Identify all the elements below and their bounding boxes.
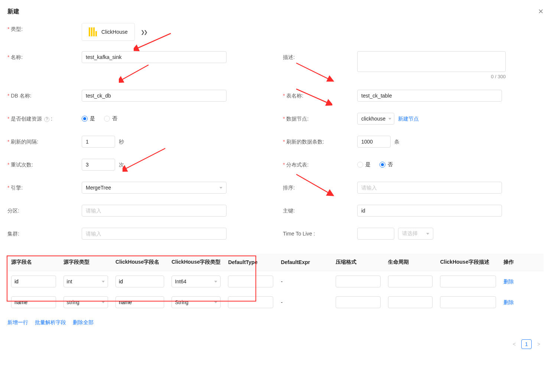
createres-yes-radio[interactable]: 是 — [82, 115, 95, 122]
label-createres: 是否创建资源 ? : — [7, 113, 82, 125]
label-tablename: 表名称: — [283, 90, 357, 102]
dbname-input[interactable] — [82, 90, 226, 102]
compress-input[interactable] — [336, 296, 381, 308]
dialog-title: 新建 — [7, 8, 19, 16]
type-name: ClickHouse — [101, 29, 128, 35]
retry-input[interactable] — [82, 159, 115, 171]
chevron-down-icon — [388, 118, 391, 120]
unit-count: 条 — [394, 136, 400, 148]
distributed-no-radio[interactable]: 否 — [379, 161, 393, 168]
unit-times: 次 — [119, 159, 124, 171]
help-icon[interactable]: ? — [44, 117, 49, 122]
label-ttl: Time To Live : — [283, 228, 357, 240]
clickhouse-logo-icon — [89, 27, 97, 36]
lifecycle-input[interactable] — [388, 296, 433, 308]
refresh-count-input[interactable] — [357, 136, 391, 148]
src-name-input[interactable] — [11, 296, 56, 308]
label-dbname: DB 名称: — [7, 90, 82, 102]
label-refresh-interval: 刷新的间隔: — [7, 136, 82, 148]
label-partition: 分区: — [7, 205, 82, 217]
defexpr-cell: - — [277, 292, 332, 313]
ch-name-input[interactable] — [115, 276, 164, 287]
pager-page-1[interactable]: 1 — [521, 339, 532, 349]
label-refresh-count: 刷新的数据条数: — [283, 136, 357, 148]
label-sort: 排序: — [283, 182, 357, 194]
th-chname: ClickHouse字段名 — [112, 254, 168, 271]
datanode-select[interactable]: clickhouse — [357, 113, 394, 125]
new-node-link[interactable]: 新建节点 — [398, 113, 419, 125]
compress-input[interactable] — [336, 276, 381, 287]
ch-name-input[interactable] — [115, 296, 164, 308]
label-type: 类型: — [7, 23, 82, 35]
th-chdesc: ClickHouse字段描述 — [436, 254, 499, 271]
cluster-input[interactable] — [82, 228, 226, 240]
delete-row-link[interactable]: 删除 — [503, 279, 514, 284]
src-name-input[interactable] — [11, 276, 56, 287]
partition-input[interactable] — [82, 205, 226, 217]
delete-all-link[interactable]: 删除全部 — [73, 319, 94, 325]
batch-parse-link[interactable]: 批量解析字段 — [35, 319, 66, 325]
primarykey-input[interactable] — [357, 205, 502, 217]
tablename-input[interactable] — [357, 90, 502, 102]
th-deftype: DefaultType — [224, 254, 277, 271]
ch-type-select[interactable]: Int64 — [172, 276, 221, 287]
pager-next[interactable]: > — [534, 339, 544, 349]
chevron-down-icon — [426, 233, 429, 235]
table-row: string String - 删除 — [7, 292, 544, 313]
label-desc: 描述: — [283, 51, 357, 63]
th-ops: 操作 — [500, 254, 544, 271]
deftype-input[interactable] — [228, 296, 273, 308]
desc-textarea[interactable] — [357, 51, 506, 72]
refresh-interval-input[interactable] — [82, 136, 115, 148]
label-distributed: 分布式表: — [283, 159, 357, 171]
th-lifecycle: 生命周期 — [384, 254, 437, 271]
field-mapping-table: 源字段名 源字段类型 ClickHouse字段名 ClickHouse字段类型 … — [7, 254, 544, 313]
deftype-input[interactable] — [228, 276, 273, 287]
th-compress: 压缩格式 — [332, 254, 384, 271]
engine-select[interactable]: MergeTree — [82, 182, 226, 194]
label-engine: 引擎: — [7, 182, 82, 194]
table-row: int Int64 - 删除 — [7, 271, 544, 292]
label-primarykey: 主键: — [283, 205, 357, 217]
sort-input[interactable] — [357, 182, 502, 194]
ttl-unit-select[interactable]: 请选择 — [398, 228, 433, 240]
ttl-value-input[interactable] — [357, 228, 394, 240]
expand-icon[interactable]: ❯❯ — [141, 29, 147, 35]
delete-row-link[interactable]: 删除 — [503, 299, 514, 305]
label-name: 名称: — [7, 51, 82, 63]
th-srctype: 源字段类型 — [60, 254, 112, 271]
chdesc-input[interactable] — [440, 276, 496, 287]
src-type-select[interactable]: string — [63, 296, 108, 308]
pager-prev[interactable]: < — [509, 339, 519, 349]
chevron-down-icon — [219, 187, 222, 189]
chdesc-input[interactable] — [440, 296, 496, 308]
name-input[interactable] — [82, 51, 226, 63]
close-icon[interactable]: ✕ — [538, 7, 544, 16]
unit-sec: 秒 — [119, 136, 124, 148]
th-chtype: ClickHouse字段类型 — [168, 254, 224, 271]
createres-no-radio[interactable]: 否 — [104, 115, 117, 122]
label-cluster: 集群: — [7, 228, 82, 240]
add-row-link[interactable]: 新增一行 — [7, 319, 28, 325]
th-srcname: 源字段名 — [7, 254, 60, 271]
th-defexpr: DefaultExpr — [277, 254, 332, 271]
distributed-yes-radio[interactable]: 是 — [357, 161, 371, 168]
desc-counter: 0 / 300 — [357, 74, 506, 79]
label-retry: 重试次数: — [7, 159, 82, 171]
lifecycle-input[interactable] — [388, 276, 433, 287]
defexpr-cell: - — [277, 271, 332, 292]
type-selector[interactable]: ClickHouse — [82, 23, 135, 41]
ch-type-select[interactable]: String — [172, 296, 221, 308]
src-type-select[interactable]: int — [63, 276, 108, 287]
label-datanode: 数据节点: — [283, 113, 357, 125]
